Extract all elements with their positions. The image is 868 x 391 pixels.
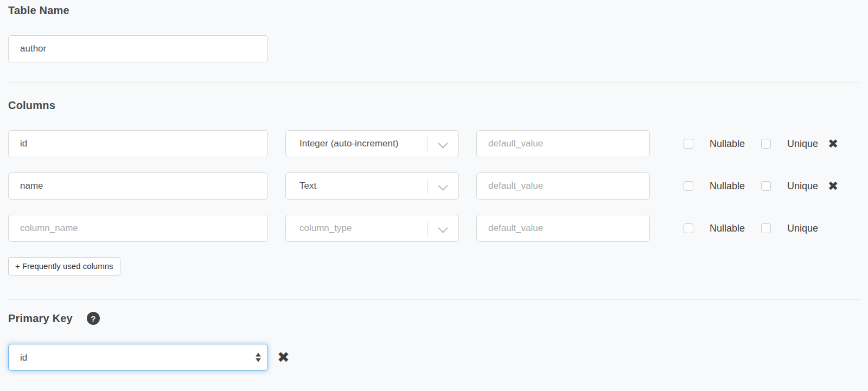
unique-checkbox[interactable] bbox=[761, 139, 771, 149]
remove-primary-key-icon[interactable]: ✖ bbox=[277, 350, 290, 365]
chevron-down-icon bbox=[438, 181, 448, 190]
nullable-checkbox[interactable] bbox=[684, 139, 693, 149]
column-name-input[interactable] bbox=[8, 172, 268, 200]
default-value-input[interactable] bbox=[476, 130, 650, 157]
unique-checkbox[interactable] bbox=[761, 181, 771, 191]
nullable-label: Nullable bbox=[710, 181, 745, 192]
nullable-checkbox[interactable] bbox=[684, 223, 693, 233]
section-divider bbox=[8, 299, 860, 300]
primary-key-select[interactable]: id bbox=[8, 344, 268, 371]
columns-heading: Columns bbox=[8, 99, 860, 112]
column-type-value: Integer (auto-increment) bbox=[299, 138, 398, 149]
nullable-label: Nullable bbox=[710, 138, 745, 150]
section-divider bbox=[8, 82, 860, 83]
column-type-dropdown[interactable]: column_type bbox=[285, 215, 459, 242]
primary-key-select-wrap: id bbox=[8, 344, 268, 371]
primary-key-row: id ✖ bbox=[8, 344, 860, 371]
primary-key-header: Primary Key ? bbox=[8, 312, 860, 325]
unique-label: Unique bbox=[787, 181, 818, 192]
chevron-down-icon bbox=[438, 138, 448, 148]
column-row-name: Text Nullable Unique ✖ bbox=[8, 172, 860, 200]
frequently-used-columns-button[interactable]: + Frequently used columns bbox=[8, 257, 120, 275]
table-name-input[interactable] bbox=[8, 35, 268, 62]
unique-label: Unique bbox=[787, 138, 818, 150]
remove-column-icon[interactable]: ✖ bbox=[828, 138, 838, 150]
table-name-heading: Table Name bbox=[8, 0, 860, 17]
column-type-dropdown[interactable]: Text bbox=[285, 172, 459, 200]
column-type-value: Text bbox=[299, 181, 316, 191]
column-type-placeholder: column_type bbox=[299, 223, 352, 234]
column-row-id: Integer (auto-increment) Nullable Unique… bbox=[8, 130, 860, 157]
dropdown-separator bbox=[427, 180, 428, 194]
column-type-dropdown[interactable]: Integer (auto-increment) bbox=[285, 130, 459, 157]
columns-list: Integer (auto-increment) Nullable Unique… bbox=[8, 130, 860, 242]
primary-key-heading: Primary Key bbox=[8, 312, 73, 325]
nullable-label: Nullable bbox=[710, 223, 745, 234]
dropdown-separator bbox=[427, 137, 428, 151]
default-value-input[interactable] bbox=[476, 215, 650, 242]
remove-column-icon[interactable]: ✖ bbox=[828, 180, 838, 193]
nullable-checkbox[interactable] bbox=[684, 181, 693, 191]
default-value-input[interactable] bbox=[476, 172, 650, 200]
column-name-input[interactable] bbox=[8, 130, 268, 157]
column-name-input[interactable] bbox=[8, 215, 268, 242]
chevron-down-icon bbox=[438, 223, 448, 233]
column-row-new: column_type Nullable Unique bbox=[8, 215, 860, 242]
create-table-form: Table Name Columns Integer (auto-increme… bbox=[0, 0, 868, 371]
unique-label: Unique bbox=[787, 223, 818, 234]
unique-checkbox[interactable] bbox=[761, 223, 771, 233]
dropdown-separator bbox=[427, 222, 428, 236]
help-icon[interactable]: ? bbox=[87, 312, 100, 325]
